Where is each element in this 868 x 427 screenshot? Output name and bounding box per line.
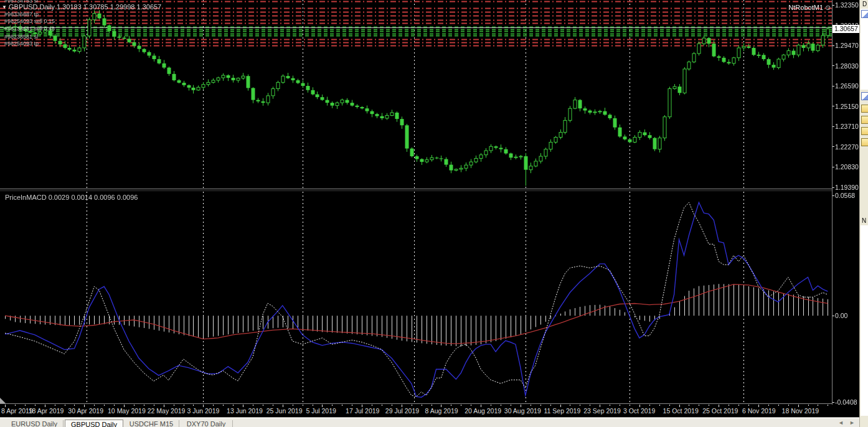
- price-axis-tick: [833, 146, 834, 147]
- price-axis-tick: [833, 65, 834, 66]
- tab-scroll-right-icon[interactable]: ►: [849, 418, 855, 427]
- date-axis-label: 20 Aug 2019: [465, 407, 501, 415]
- date-axis-minor-tick: [630, 405, 630, 406]
- tab-gbpusd-daily[interactable]: GBPUSD Daily: [65, 420, 123, 427]
- date-axis-label: 30 Apr 2019: [68, 407, 103, 415]
- mt4-chart-window: ▼ GBPUSD,Daily 1.30183 1.30785 1.29998 1…: [0, 0, 868, 427]
- indicator-pane-bottom-border: [0, 403, 833, 404]
- indicator-axis-tick: [833, 402, 834, 403]
- date-axis-minor-tick: [174, 405, 174, 406]
- navigator-panel-letter: N: [862, 217, 866, 224]
- price-axis-tick: [833, 187, 834, 188]
- date-axis-minor-tick: [778, 405, 779, 406]
- tab-dxy70-daily[interactable]: DXY70 Daily: [181, 420, 232, 427]
- price-axis-label: 1.32350: [835, 1, 859, 9]
- date-axis-minor-tick: [74, 405, 75, 406]
- pane-splitter[interactable]: [0, 189, 833, 189]
- indicator-pane-top-border: [0, 190, 833, 191]
- symbol-folder-icon[interactable]: [861, 105, 868, 113]
- order-line-label: #98254093 sell 0.15: [4, 18, 55, 24]
- chart-doc-icon[interactable]: [861, 92, 868, 100]
- date-axis-minor-tick: [531, 405, 531, 406]
- date-axis-minor-tick: [184, 405, 184, 406]
- date-axis-minor-tick: [263, 405, 263, 406]
- date-axis-minor-tick: [491, 405, 491, 406]
- date-axis-minor-tick: [818, 405, 818, 406]
- data-window-panel-letter: D: [862, 1, 867, 7]
- price-axis-tick: [833, 45, 834, 46]
- date-axis-minor-tick: [451, 405, 451, 406]
- order-line-label: #98138581 sell 0.45: [4, 26, 55, 32]
- date-axis-minor-tick: [501, 405, 501, 406]
- price-chart-canvas[interactable]: [0, 0, 833, 405]
- date-axis-minor-tick: [610, 405, 610, 406]
- date-axis-minor-tick: [362, 405, 362, 406]
- order-line-label: #98254093 tp: [4, 40, 39, 47]
- date-axis-minor-tick: [84, 405, 85, 406]
- indicator-label: PriceInMACD 0.0029 0.0014 0.0096 0.0096: [5, 194, 138, 201]
- date-axis-label: 15 Oct 2019: [663, 407, 699, 415]
- date-axis-label: 25 Jun 2019: [267, 407, 303, 415]
- date-axis-minor-tick: [620, 405, 620, 406]
- date-axis-minor-tick: [332, 405, 333, 406]
- date-axis-minor-tick: [223, 405, 224, 406]
- chart-doc-icon[interactable]: [861, 10, 868, 18]
- date-axis-minor-tick: [402, 405, 402, 406]
- date-axis[interactable]: 8 Apr 201918 Apr 201930 Apr 201910 May 2…: [0, 405, 859, 417]
- chart-collapse-icon[interactable]: ▼: [2, 4, 7, 10]
- date-axis-minor-tick: [203, 405, 204, 406]
- panel-list-area: [861, 9, 868, 90]
- ea-smiley-icon[interactable]: ☺: [824, 3, 832, 12]
- date-axis-minor-tick: [649, 405, 650, 406]
- date-axis-minor-tick: [758, 405, 759, 406]
- date-axis-minor-tick: [94, 405, 95, 406]
- price-axis[interactable]: 1.323501.309101.294701.280301.265901.251…: [833, 0, 859, 405]
- chart-title: GBPUSD,Daily 1.30183 1.30785 1.29998 1.3…: [9, 3, 161, 11]
- date-axis-minor-tick: [511, 405, 511, 406]
- subwindow-resize-grip[interactable]: [0, 398, 6, 403]
- indicator-axis-tick: [833, 316, 834, 316]
- indicator-axis-tick: [833, 195, 834, 196]
- date-axis-minor-tick: [432, 405, 432, 406]
- price-axis-label: 1.26590: [835, 82, 859, 90]
- date-axis-minor-tick: [828, 405, 828, 406]
- date-axis-minor-tick: [352, 405, 352, 406]
- price-axis-label: 1.22270: [835, 143, 859, 151]
- price-axis-tick: [833, 106, 834, 106]
- date-axis-minor-tick: [25, 405, 26, 406]
- date-axis-minor-tick: [580, 405, 580, 406]
- date-axis-label: 25 Oct 2019: [702, 407, 738, 415]
- chart-tab-bar: EURUSD Daily GBPUSD Daily USDCHF M15 DXY…: [0, 417, 859, 427]
- symbol-folder-icon[interactable]: [861, 116, 868, 124]
- date-axis-minor-tick: [303, 405, 303, 406]
- date-axis-minor-tick: [313, 405, 313, 406]
- tab-scroll-left-icon[interactable]: ◄: [838, 418, 844, 427]
- date-axis-minor-tick: [65, 405, 65, 406]
- date-axis-minor-tick: [342, 405, 342, 406]
- date-axis-minor-tick: [768, 405, 769, 406]
- tab-usdchf-m15[interactable]: USDCHF M15: [125, 420, 178, 427]
- date-axis-minor-tick: [392, 405, 392, 406]
- date-axis-minor-tick: [213, 405, 214, 406]
- date-axis-minor-tick: [35, 405, 35, 406]
- date-axis-minor-tick: [461, 405, 461, 406]
- tab-eurusd-daily[interactable]: EURUSD Daily: [6, 420, 62, 427]
- date-axis-minor-tick: [719, 405, 719, 406]
- symbol-folder-icon[interactable]: [861, 127, 868, 135]
- date-axis-minor-tick: [639, 405, 640, 406]
- date-axis-minor-tick: [550, 405, 551, 406]
- price-axis-label: 1.28030: [835, 62, 859, 70]
- date-axis-minor-tick: [193, 405, 194, 406]
- date-axis-minor-tick: [124, 405, 125, 406]
- date-axis-minor-tick: [55, 405, 55, 406]
- date-axis-minor-tick: [738, 405, 739, 406]
- tab-separator: [63, 420, 64, 427]
- date-axis-minor-tick: [422, 405, 422, 406]
- date-axis-minor-tick: [283, 405, 283, 406]
- current-price-tag: 1.30657: [833, 25, 861, 33]
- date-axis-minor-tick: [521, 405, 521, 406]
- date-axis-minor-tick: [570, 405, 570, 406]
- symbol-folder-icon[interactable]: [861, 138, 868, 146]
- date-axis-minor-tick: [372, 405, 372, 406]
- date-axis-label: 11 Sep 2019: [544, 407, 581, 415]
